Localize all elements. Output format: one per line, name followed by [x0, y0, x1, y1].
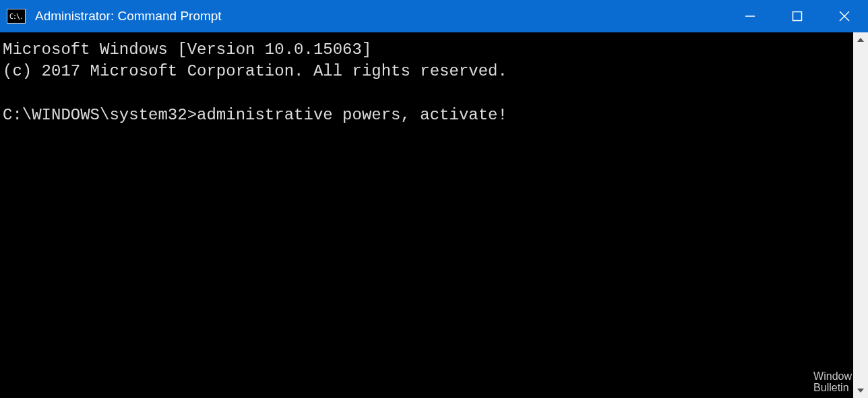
close-icon — [838, 10, 850, 22]
maximize-icon — [791, 10, 803, 22]
content-area: Microsoft Windows [Version 10.0.15063] (… — [0, 32, 868, 398]
terminal-line: Microsoft Windows [Version 10.0.15063] — [3, 40, 371, 59]
titlebar[interactable]: C:\. Administrator: Command Prompt — [0, 0, 868, 32]
scroll-down-arrow-icon[interactable] — [853, 383, 868, 398]
terminal-prompt: C:\WINDOWS\system32> — [3, 106, 197, 124]
scroll-up-arrow-icon[interactable] — [853, 32, 868, 47]
window-controls — [726, 0, 868, 32]
minimize-button[interactable] — [726, 0, 774, 32]
command-prompt-window: C:\. Administrator: Command Prompt — [0, 0, 868, 398]
cmd-app-icon: C:\. — [7, 9, 26, 24]
terminal-line: (c) 2017 Microsoft Corporation. All righ… — [3, 62, 507, 80]
svg-rect-1 — [793, 12, 802, 21]
terminal-output[interactable]: Microsoft Windows [Version 10.0.15063] (… — [0, 32, 853, 398]
terminal-command-input[interactable]: administrative powers, activate! — [197, 106, 507, 124]
minimize-icon — [744, 10, 756, 22]
window-title: Administrator: Command Prompt — [35, 9, 726, 24]
close-button[interactable] — [821, 0, 868, 32]
vertical-scrollbar[interactable] — [853, 32, 868, 398]
scrollbar-track[interactable] — [853, 47, 868, 383]
maximize-button[interactable] — [774, 0, 821, 32]
